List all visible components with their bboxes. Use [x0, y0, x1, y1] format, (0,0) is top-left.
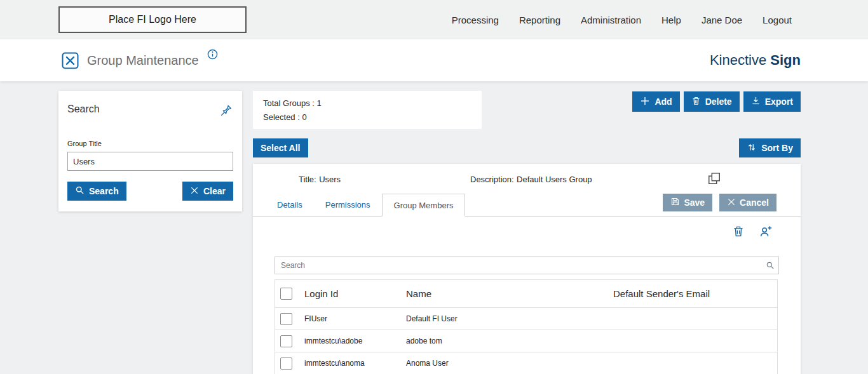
save-button-label: Save: [684, 197, 705, 208]
group-description-meta-label: Description:: [470, 175, 514, 184]
cell-login-id: FIUser: [299, 314, 401, 323]
search-button-label: Search: [89, 186, 119, 196]
select-all-members-checkbox[interactable]: [280, 288, 292, 300]
trash-icon: [691, 96, 701, 107]
nav-item-processing[interactable]: Processing: [452, 15, 499, 25]
nav-item-administration[interactable]: Administration: [581, 15, 641, 25]
table-row[interactable]: FIUser Default FI User: [275, 308, 777, 330]
tab-details[interactable]: Details: [266, 194, 314, 216]
plus-icon: [640, 96, 650, 108]
cancel-x-icon: [727, 197, 736, 208]
member-action-icons: [732, 225, 773, 239]
member-search-input[interactable]: [275, 257, 778, 274]
nav-item-logout[interactable]: Logout: [763, 15, 792, 25]
total-groups-text: Total Groups : 1: [263, 97, 471, 110]
group-title-label: Group Title: [67, 140, 233, 147]
tab-group-members-label: Group Members: [394, 201, 454, 210]
fi-logo-placeholder: Place FI Logo Here: [58, 6, 247, 33]
export-button-label: Export: [765, 97, 793, 107]
tab-group-members[interactable]: Group Members: [382, 194, 466, 217]
group-actions-toolbar: Add Delete Export: [632, 91, 801, 112]
header-login-id: Login Id: [299, 288, 401, 299]
brand-suffix: Sign: [770, 52, 801, 68]
save-disk-icon: [670, 197, 680, 208]
copy-icon[interactable]: [707, 171, 721, 188]
clear-button-label: Clear: [203, 186, 226, 196]
top-bar: Place FI Logo Here Processing Reporting …: [0, 0, 868, 39]
search-button[interactable]: Search: [67, 182, 126, 201]
cell-login-id: immtestcu\adobe: [299, 337, 401, 345]
header-default-senders-email: Default Sender's Email: [608, 288, 777, 299]
cell-name: Anoma User: [401, 359, 608, 368]
brand-logo: Kinective Sign: [710, 52, 801, 69]
delete-button[interactable]: Delete: [684, 91, 740, 112]
sort-by-button[interactable]: Sort By: [739, 138, 801, 157]
search-panel-title: Search: [67, 104, 100, 115]
groups-summary: Total Groups : 1 Selected : 0: [253, 91, 482, 129]
selected-count-text: Selected : 0: [263, 110, 471, 124]
group-maintenance-page: Place FI Logo Here Processing Reporting …: [0, 0, 868, 374]
header-name: Name: [401, 288, 608, 299]
member-search-icon[interactable]: [766, 261, 775, 272]
delete-button-label: Delete: [705, 97, 732, 107]
members-table-header: Login Id Name Default Sender's Email: [275, 280, 777, 308]
group-maintenance-icon: [62, 52, 79, 69]
sort-arrows-icon: [747, 142, 757, 154]
delete-member-icon[interactable]: [732, 225, 745, 239]
brand-name: Kinective: [710, 52, 766, 68]
search-panel: Search Group Title Search: [58, 91, 242, 211]
clear-x-icon: [190, 186, 199, 197]
member-search-box: [275, 257, 779, 274]
group-detail-card: Title: Users Description: Default Users …: [253, 164, 801, 374]
group-title-meta-value: Users: [319, 175, 341, 184]
add-member-icon[interactable]: [759, 225, 773, 239]
group-title-input[interactable]: [67, 152, 233, 171]
table-row[interactable]: immtestcu\adobe adobe tom: [275, 330, 777, 352]
tab-permissions-label: Permissions: [325, 200, 370, 210]
group-title-meta-label: Title:: [299, 175, 316, 184]
pin-icon[interactable]: [220, 104, 233, 119]
clear-button[interactable]: Clear: [182, 182, 233, 201]
page-header: Group Maintenance Kinective Sign: [0, 39, 868, 81]
add-button[interactable]: Add: [632, 91, 679, 112]
cancel-button[interactable]: Cancel: [719, 194, 776, 211]
cell-name: adobe tom: [401, 337, 608, 345]
nav-item-reporting[interactable]: Reporting: [519, 15, 560, 25]
fi-logo-text: Place FI Logo Here: [109, 14, 196, 25]
cell-name: Default FI User: [401, 314, 608, 323]
search-icon: [75, 185, 85, 197]
row-checkbox[interactable]: [280, 313, 292, 325]
info-icon[interactable]: [207, 49, 218, 62]
row-checkbox[interactable]: [280, 335, 292, 347]
table-row[interactable]: immtestcu\anoma Anoma User: [275, 352, 777, 374]
sort-by-label: Sort By: [761, 143, 793, 153]
add-button-label: Add: [654, 97, 672, 107]
group-title-meta: Title: Users: [299, 173, 341, 185]
save-cancel-group: Save Cancel: [663, 194, 776, 211]
row-checkbox[interactable]: [280, 357, 292, 370]
page-title: Group Maintenance: [87, 53, 199, 68]
cancel-button-label: Cancel: [740, 197, 769, 208]
save-button[interactable]: Save: [663, 194, 712, 211]
select-all-button[interactable]: Select All: [253, 138, 308, 157]
select-all-label: Select All: [261, 143, 301, 153]
members-table: Login Id Name Default Sender's Email FIU…: [275, 279, 778, 374]
top-nav: Processing Reporting Administration Help…: [452, 0, 792, 39]
tab-details-label: Details: [277, 200, 302, 210]
group-description-meta-value: Default Users Group: [517, 175, 592, 184]
nav-item-user[interactable]: Jane Doe: [702, 15, 742, 25]
group-description-meta: Description: Default Users Group: [470, 173, 592, 185]
cell-login-id: immtestcu\anoma: [299, 359, 401, 368]
export-button[interactable]: Export: [743, 91, 801, 112]
download-icon: [751, 96, 761, 107]
tab-permissions[interactable]: Permissions: [314, 194, 382, 216]
nav-item-help[interactable]: Help: [661, 15, 681, 25]
